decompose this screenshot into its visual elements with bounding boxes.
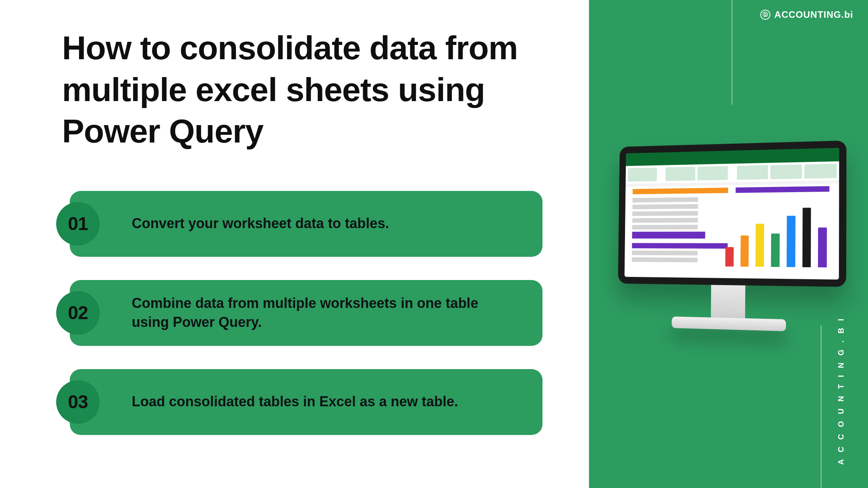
step-number: 03 [68, 391, 88, 412]
step-bar: Combine data from multiple worksheets in… [70, 280, 542, 346]
step-text: Load consolidated tables in Excel as a n… [132, 392, 458, 411]
steps-list: Convert your worksheet data to tables. 0… [62, 191, 542, 435]
excel-grid-graphic [625, 184, 839, 280]
infographic-slide: How to consolidate data from multiple ex… [0, 0, 868, 488]
step-item: Load consolidated tables in Excel as a n… [62, 369, 542, 435]
decorative-line [732, 0, 732, 105]
brand-label: ACCOUNTING.bi [774, 9, 853, 20]
step-bar: Convert your worksheet data to tables. [70, 191, 542, 257]
brand-icon: ⓑ [760, 10, 770, 20]
decorative-line [821, 325, 822, 488]
content-column: How to consolidate data from multiple ex… [0, 0, 589, 488]
bar-chart-graphic [725, 204, 827, 268]
step-text: Combine data from multiple worksheets in… [132, 294, 519, 332]
step-item: Combine data from multiple worksheets in… [62, 280, 542, 346]
step-badge: 03 [56, 380, 100, 424]
page-title: How to consolidate data from multiple ex… [62, 27, 542, 152]
monitor-base [672, 316, 786, 331]
brand-logo: ⓑ ACCOUNTING.bi [760, 9, 853, 20]
step-badge: 01 [56, 202, 100, 246]
monitor-frame [618, 141, 847, 287]
step-number: 01 [68, 213, 88, 234]
decorative-panel: ⓑ ACCOUNTING.bi ACCOUNTING.BI [589, 0, 868, 488]
step-text: Convert your worksheet data to tables. [132, 214, 389, 233]
monitor-stand [711, 285, 745, 321]
brand-vertical-label: ACCOUNTING.BI [837, 312, 846, 465]
step-bar: Load consolidated tables in Excel as a n… [70, 369, 542, 435]
step-badge: 02 [56, 291, 100, 335]
monitor-screen [625, 148, 839, 280]
step-number: 02 [68, 302, 88, 323]
step-item: Convert your worksheet data to tables. 0… [62, 191, 542, 257]
monitor-illustration [617, 141, 846, 333]
